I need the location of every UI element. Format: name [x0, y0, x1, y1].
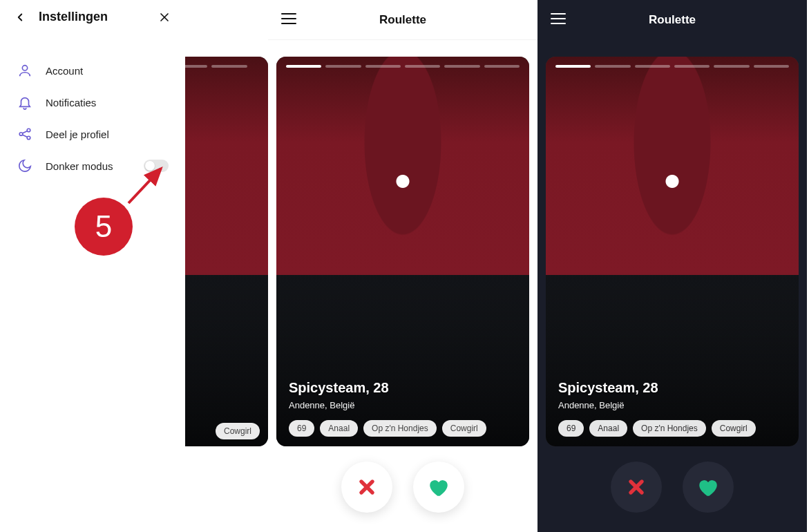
- progress-segment[interactable]: [754, 65, 789, 68]
- svg-line-6: [22, 131, 27, 133]
- progress-segment[interactable]: [635, 65, 670, 68]
- settings-item-darkmode[interactable]: Donker modus: [0, 150, 185, 182]
- hamburger-icon[interactable]: [280, 12, 297, 28]
- back-icon[interactable]: [14, 11, 26, 23]
- progress-segment[interactable]: [325, 65, 361, 68]
- profile-name-age: Spicysteam, 28: [289, 380, 517, 396]
- settings-item-label: Deel je profiel: [46, 129, 109, 140]
- photo-progress[interactable]: [286, 65, 520, 68]
- bell-icon: [17, 95, 33, 110]
- partial-phone-peek: Cowgirl: [185, 0, 268, 532]
- profile-tag: Cowgirl: [216, 423, 260, 439]
- phone-header: Roulette: [537, 0, 807, 40]
- x-icon: [356, 476, 378, 498]
- settings-header: Instellingen: [0, 0, 185, 34]
- screen-title: Roulette: [649, 13, 696, 27]
- profile-location: Andenne, België: [289, 400, 517, 410]
- user-icon: [17, 63, 33, 78]
- swipe-actions: [611, 462, 734, 513]
- moon-icon: [17, 158, 33, 173]
- progress-segment[interactable]: [595, 65, 630, 68]
- share-icon: [17, 126, 33, 142]
- progress-segment[interactable]: [674, 65, 710, 68]
- like-button[interactable]: [683, 462, 734, 513]
- annotation-number: 5: [75, 198, 133, 256]
- profile-name-age: Spicysteam, 28: [558, 380, 786, 396]
- svg-point-2: [22, 66, 27, 70]
- close-icon[interactable]: [158, 10, 171, 24]
- phone-dark: Roulette Spicysteam, 28 Andenne, België …: [537, 0, 807, 532]
- phone-light: Roulette Spicysteam, 28 Andenne, België …: [268, 0, 537, 532]
- profile-tag: Cowgirl: [442, 420, 486, 437]
- x-icon: [625, 476, 647, 498]
- profile-card-partial: Cowgirl: [185, 57, 268, 446]
- progress-segment[interactable]: [405, 65, 440, 68]
- svg-line-7: [22, 135, 27, 137]
- phone-header: Roulette: [268, 0, 537, 40]
- swipe-actions: [341, 462, 464, 513]
- profile-tag: Anaal: [320, 420, 358, 437]
- settings-item-account[interactable]: Account: [0, 55, 185, 86]
- like-button[interactable]: [413, 462, 464, 513]
- photo-progress[interactable]: [555, 65, 789, 68]
- settings-item-label: Donker modus: [46, 160, 113, 172]
- settings-item-notifications[interactable]: Notificaties: [0, 86, 185, 118]
- profile-tag: Op z'n Hondjes: [633, 420, 706, 437]
- progress-segment[interactable]: [714, 65, 749, 68]
- progress-segment[interactable]: [484, 65, 520, 68]
- progress-segment[interactable]: [555, 65, 591, 68]
- profile-tag: Op z'n Hondjes: [363, 420, 437, 437]
- profile-tags: 69 Anaal Op z'n Hondjes Cowgirl: [289, 420, 517, 437]
- profile-info: Spicysteam, 28 Andenne, België 69 Anaal …: [558, 380, 786, 437]
- profile-location: Andenne, België: [558, 400, 786, 410]
- settings-item-label: Account: [46, 65, 83, 77]
- darkmode-toggle[interactable]: [144, 160, 169, 172]
- profile-card[interactable]: Spicysteam, 28 Andenne, België 69 Anaal …: [546, 57, 799, 446]
- annotation-callout: 5: [75, 198, 133, 256]
- heart-icon: [427, 475, 450, 499]
- profile-tag: 69: [289, 420, 314, 437]
- nope-button[interactable]: [341, 462, 392, 513]
- profile-tag: Cowgirl: [712, 420, 756, 437]
- photo-progress: [185, 65, 247, 68]
- profile-card[interactable]: Spicysteam, 28 Andenne, België 69 Anaal …: [276, 57, 529, 446]
- heart-icon: [696, 475, 720, 499]
- settings-drawer: Instellingen Account Notificaties Deel j…: [0, 0, 185, 532]
- settings-list: Account Notificaties Deel je profiel Don…: [0, 34, 185, 202]
- profile-tag: 69: [558, 420, 584, 437]
- progress-segment[interactable]: [286, 65, 321, 68]
- screen-title: Roulette: [379, 13, 426, 27]
- nope-button[interactable]: [611, 462, 662, 513]
- profile-photo: [185, 57, 268, 446]
- settings-title: Instellingen: [39, 10, 108, 24]
- profile-tags: 69 Anaal Op z'n Hondjes Cowgirl: [558, 420, 786, 437]
- progress-segment[interactable]: [365, 65, 401, 68]
- profile-info: Spicysteam, 28 Andenne, België 69 Anaal …: [289, 380, 517, 437]
- settings-item-share[interactable]: Deel je profiel: [0, 118, 185, 150]
- settings-item-label: Notificaties: [46, 97, 96, 108]
- profile-tag: Anaal: [589, 420, 627, 437]
- progress-segment[interactable]: [444, 65, 479, 68]
- hamburger-icon[interactable]: [550, 12, 567, 28]
